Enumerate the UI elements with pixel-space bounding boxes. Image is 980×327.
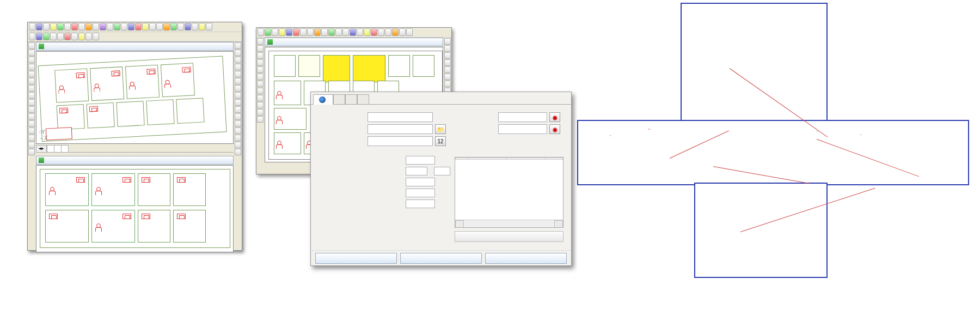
side-tool-icon[interactable] [257, 109, 264, 116]
big-floorplan[interactable]: ▫ ▫▫ ▫ ▫ [577, 3, 969, 278]
tool-icon[interactable] [36, 23, 42, 31]
tool-icon[interactable] [93, 23, 99, 31]
side-tool-icon[interactable] [235, 99, 241, 106]
save-button[interactable] [315, 253, 397, 264]
tab-bedarfsmeldungen[interactable] [357, 94, 369, 105]
side-tool-icon[interactable] [28, 99, 35, 106]
side-tool-icon[interactable] [235, 71, 241, 77]
tool-icon[interactable] [100, 23, 106, 31]
side-tool-icon[interactable] [257, 88, 264, 94]
side-tool-icon[interactable] [28, 106, 35, 113]
side-tool-icon[interactable] [257, 102, 264, 108]
tool-icon[interactable] [121, 23, 127, 31]
side-tool-icon[interactable] [235, 149, 241, 155]
side-tool-icon[interactable] [28, 135, 35, 141]
side-tool-icon[interactable] [28, 128, 35, 134]
tool-icon[interactable] [114, 23, 120, 31]
tool-icon[interactable] [385, 28, 391, 36]
side-tool-icon[interactable] [28, 120, 35, 127]
tool-icon[interactable] [128, 23, 134, 31]
col-count[interactable] [456, 158, 469, 160]
side-tool-icon[interactable] [257, 59, 264, 66]
doc2-titlebar[interactable] [36, 156, 234, 165]
tool-icon[interactable] [43, 23, 50, 31]
tool-icon[interactable] [64, 23, 71, 31]
side-tool-icon[interactable] [28, 113, 35, 120]
side-tool-icon[interactable] [235, 142, 241, 148]
tool-icon[interactable] [185, 23, 191, 31]
unternehmen-input[interactable] [498, 112, 547, 122]
side-tool-icon[interactable] [235, 85, 241, 92]
bearbeiten-button[interactable] [455, 231, 564, 242]
side-tool-icon[interactable] [257, 81, 264, 87]
tool-icon[interactable] [78, 33, 85, 40]
tab-arbeitsplaetze[interactable] [333, 94, 345, 105]
side-tool-icon[interactable] [257, 116, 264, 123]
tool-icon[interactable] [371, 28, 377, 36]
tool-icon[interactable] [142, 23, 149, 31]
lookup-icon[interactable]: 📁 [435, 124, 446, 134]
tool-icon[interactable] [135, 23, 142, 31]
tool-icon[interactable] [357, 28, 363, 36]
tool-icon[interactable] [300, 28, 307, 36]
tab-model[interactable] [47, 145, 54, 152]
side-tool-icon[interactable] [28, 85, 35, 92]
side-tool-icon[interactable] [235, 64, 241, 70]
col-name[interactable] [469, 158, 507, 160]
side-tool-icon[interactable] [235, 113, 241, 120]
tab-nav-icon[interactable]: ◂▸ [36, 145, 47, 152]
bezeichnung-input[interactable] [367, 124, 433, 134]
grid-scrollbar[interactable] [455, 220, 563, 227]
settings-button[interactable] [485, 253, 567, 264]
tool-icon[interactable] [314, 28, 321, 36]
side-tool-icon[interactable] [235, 120, 241, 127]
tool-icon[interactable] [206, 23, 212, 31]
personen-grid[interactable] [455, 157, 564, 228]
search-button[interactable] [400, 253, 482, 264]
tool-icon[interactable] [272, 28, 278, 36]
doc2-canvas[interactable] [36, 165, 234, 252]
tab-layout2[interactable] [61, 145, 69, 152]
side-tool-icon[interactable] [444, 81, 451, 87]
col-vorname[interactable] [506, 158, 544, 160]
side-tool-icon[interactable] [28, 50, 35, 56]
tool-icon[interactable] [107, 23, 113, 31]
tab-abteilung[interactable] [313, 94, 333, 105]
tool-icon[interactable] [335, 28, 342, 36]
tool-icon[interactable] [71, 33, 78, 40]
side-tool-icon[interactable] [28, 43, 35, 49]
tool-icon[interactable] [399, 28, 406, 36]
tool-icon[interactable] [29, 33, 35, 40]
tool-icon[interactable] [265, 28, 271, 36]
side-tool-icon[interactable] [235, 43, 241, 49]
side-tool-icon[interactable] [235, 50, 241, 56]
nummer-input[interactable] [367, 136, 433, 146]
side-tool-icon[interactable] [257, 95, 264, 101]
tool-icon[interactable] [71, 23, 78, 31]
side-tool-icon[interactable] [235, 78, 241, 84]
tool-icon[interactable] [43, 33, 50, 40]
tool-icon[interactable] [57, 33, 64, 40]
side-tool-icon[interactable] [444, 74, 451, 80]
tool-icon[interactable] [392, 28, 399, 36]
side-tool-icon[interactable] [257, 38, 264, 45]
tool-icon[interactable] [364, 28, 370, 36]
tool-icon[interactable] [149, 23, 156, 31]
tool-icon[interactable] [293, 28, 299, 36]
tool-icon[interactable] [192, 23, 198, 31]
tool-icon[interactable] [29, 23, 35, 31]
tool-icon[interactable] [93, 33, 99, 40]
side-tool-icon[interactable] [444, 66, 451, 73]
side-tool-icon[interactable] [444, 52, 451, 59]
tool-icon[interactable] [78, 23, 85, 31]
tool-icon[interactable] [85, 33, 92, 40]
tool-icon[interactable] [286, 28, 292, 36]
doc1-canvas[interactable]: ↑Y→X [36, 51, 234, 144]
tool-icon[interactable] [350, 28, 356, 36]
tool-icon[interactable] [50, 33, 57, 40]
tool-icon[interactable] [307, 28, 314, 36]
side-tool-icon[interactable] [28, 71, 35, 77]
side-tool-icon[interactable] [28, 57, 35, 63]
side-tool-icon[interactable] [257, 74, 264, 80]
side-tool-icon[interactable] [28, 92, 35, 99]
